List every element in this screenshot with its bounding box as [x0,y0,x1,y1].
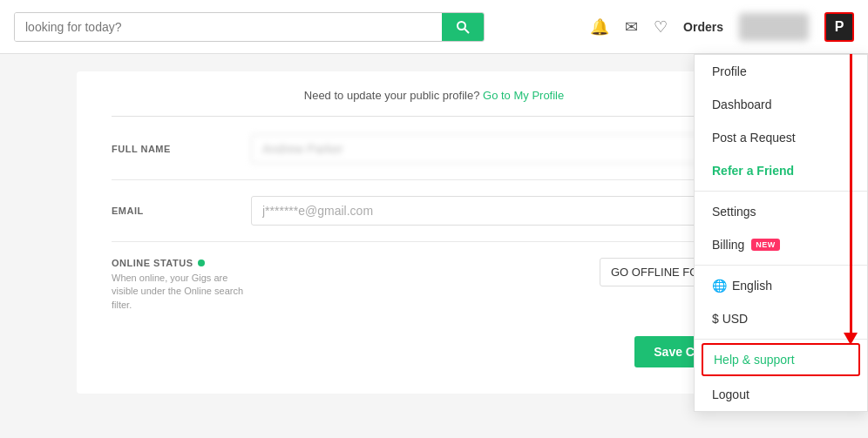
svg-point-0 [458,22,465,30]
online-status-label: ONLINE STATUS [112,258,251,268]
menu-item-currency[interactable]: $ USD [695,302,867,335]
full-name-input[interactable] [251,134,756,164]
full-name-label: FULL NAME [112,144,251,154]
email-input[interactable] [251,196,756,226]
user-avatar [739,13,809,41]
online-dot [198,259,205,266]
menu-item-billing[interactable]: Billing NEW [695,228,867,261]
orders-button[interactable]: Orders [683,20,723,34]
full-name-row: FULL NAME [112,134,756,180]
menu-item-language[interactable]: 🌐 English [695,269,867,302]
arrow-line [850,54,852,333]
menu-item-help[interactable]: Help & support [702,343,860,376]
profile-initial: P [835,19,844,35]
email-label: EMAIL [112,206,251,216]
menu-item-dashboard[interactable]: Dashboard [695,88,867,121]
dropdown-menu: Profile Dashboard Post a Request Refer a… [694,54,868,412]
wishlist-icon[interactable]: ♡ [654,17,668,37]
red-arrow-indicator [844,54,858,345]
menu-divider-3 [695,339,867,340]
header-icons: 🔔 ✉ ♡ Orders P [590,12,854,42]
svg-line-1 [465,29,469,33]
notification-icon[interactable]: 🔔 [590,17,609,37]
online-status-row: ONLINE STATUS When online, your Gigs are… [112,258,756,312]
search-bar [14,12,485,42]
email-row: EMAIL [112,196,756,242]
globe-icon: 🌐 [712,279,727,293]
menu-item-settings[interactable]: Settings [695,195,867,228]
form-actions: Save Changes [112,333,756,367]
notice-text: Need to update your public profile? [304,89,480,102]
online-status-text: ONLINE STATUS [112,258,193,268]
search-input[interactable] [15,13,442,41]
header: 🔔 ✉ ♡ Orders P [0,0,868,54]
arrow-head [844,333,858,345]
menu-divider-2 [695,265,867,266]
billing-badge: NEW [751,239,780,251]
profile-card: Need to update your public profile? Go t… [77,71,791,394]
profile-button[interactable]: P [824,12,854,42]
menu-item-refer-friend[interactable]: Refer a Friend [695,154,867,187]
profile-notice: Need to update your public profile? Go t… [112,89,756,117]
menu-divider-1 [695,191,867,192]
message-icon[interactable]: ✉ [625,17,638,37]
search-button[interactable] [442,13,484,41]
search-icon [456,20,470,34]
go-to-profile-link[interactable]: Go to My Profile [483,89,564,102]
menu-item-post-request[interactable]: Post a Request [695,121,867,154]
menu-item-logout[interactable]: Logout [695,378,867,411]
menu-item-profile[interactable]: Profile [695,55,867,88]
online-description: When online, your Gigs are visible under… [112,272,251,312]
online-label-col: ONLINE STATUS When online, your Gigs are… [112,258,251,312]
